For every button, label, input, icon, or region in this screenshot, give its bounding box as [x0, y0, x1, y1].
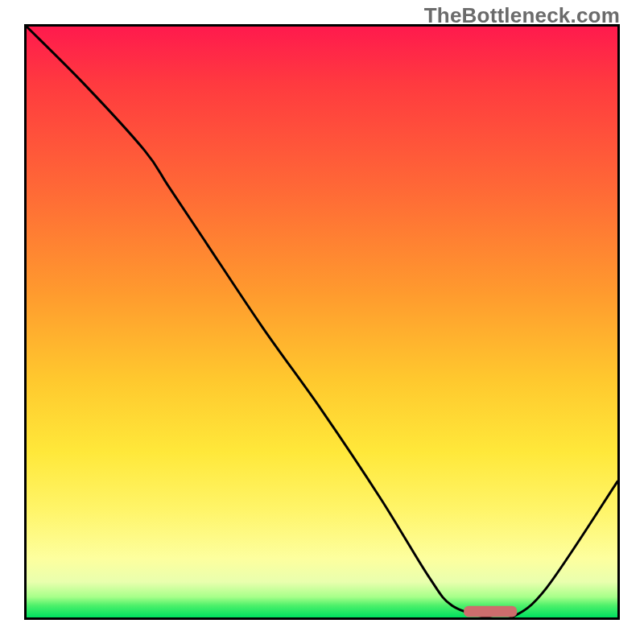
curve-layer: [27, 27, 617, 617]
chart-container: TheBottleneck.com: [0, 0, 644, 644]
plot-area: [24, 24, 620, 620]
bottleneck-curve: [27, 27, 617, 617]
optimal-range-marker: [464, 606, 517, 617]
